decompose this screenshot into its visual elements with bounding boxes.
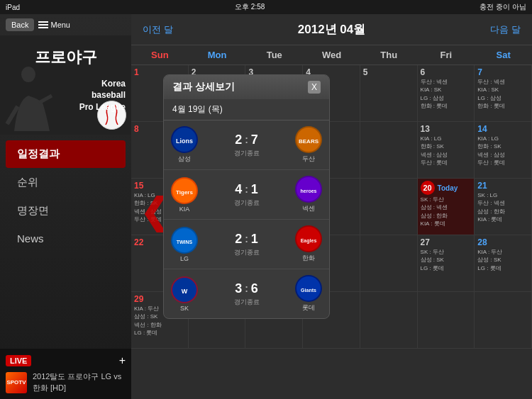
svg-text:Tigers: Tigers: [176, 189, 193, 196]
tigers-name: KIA: [171, 206, 198, 213]
away-score-1: 7: [251, 133, 258, 147]
live-game-text: 2012탈도 프로야구 LG vs 한화 [HD]: [33, 371, 126, 393]
status-time: 오후 2:58: [235, 2, 265, 12]
cell-empty-3: [360, 292, 418, 348]
giants-logo: Giants: [295, 275, 322, 302]
bears-name: 두산: [295, 154, 322, 164]
sidebar-top-bar: Back Menu: [0, 14, 131, 35]
day-headers: Sun Mon Tue Wed Thu Fri Sat: [131, 45, 532, 65]
game-row-1[interactable]: Lions 삼성 2 : 7 경기종료 BEARS 두산: [164, 120, 329, 170]
game-status-1: 경기종료: [234, 149, 260, 158]
heroes-logo: heroes: [295, 176, 322, 203]
sidebar-item-schedule[interactable]: 일정결과: [6, 140, 126, 168]
sidebar-nav: 일정결과순위명장면News: [0, 135, 131, 257]
away-score-4: 6: [251, 281, 258, 296]
cell-apr13[interactable]: 13 KIA : LG 한화 : SK 넥센 : 삼성 두산 : 롯데: [418, 122, 475, 178]
score-section-3: 2 : 1 경기종료: [202, 232, 291, 257]
modal-close-button[interactable]: X: [308, 81, 321, 94]
menu-button[interactable]: Menu: [38, 21, 70, 29]
svg-text:Eagles: Eagles: [301, 238, 317, 244]
heroes-name: 넥센: [295, 204, 322, 213]
game-row-3[interactable]: TWINS LG 2 : 1 경기종료 Eagles 한화: [164, 220, 329, 269]
score-section-4: 3 : 6 경기종료: [202, 281, 291, 307]
modal-title: 결과 상세보기: [172, 81, 235, 94]
cell-empty-5: [475, 292, 532, 348]
cell-apr14[interactable]: 14 KIA : LG 한화 : SK 넥센 : 삼성 두산 : 롯데: [475, 122, 532, 178]
app-title: 프로야구: [0, 47, 131, 68]
day-header-thu: Thu: [360, 45, 418, 64]
status-right: 충전 중이 아님: [480, 2, 526, 12]
game-status-4: 경기종료: [234, 298, 260, 307]
svg-text:Lions: Lions: [176, 137, 193, 145]
menu-label: Menu: [50, 21, 70, 29]
sidebar-item-mvp[interactable]: 명장면: [6, 197, 126, 225]
player-silhouette-icon: [4, 64, 60, 135]
calendar-title: 2012년 04월: [298, 21, 365, 38]
subtitle1: Korea: [79, 78, 126, 90]
lions-name: 삼성: [171, 154, 198, 164]
day-header-wed: Wed: [303, 45, 360, 64]
eagles-name: 한화: [295, 254, 322, 263]
game-row-4[interactable]: W SK 3 : 6 경기종료 Giants 롯데: [164, 269, 329, 318]
svg-point-0: [21, 67, 35, 82]
lions-logo: Lions: [171, 126, 198, 153]
away-score-3: 1: [251, 232, 258, 247]
cell-apr20[interactable]: 20 Today SK : 두산 삼성 : 넥센 삼성 : 한화 KIA : 롯…: [418, 179, 475, 235]
live-item[interactable]: SPOTV 2012탈도 프로야구 LG vs 한화 [HD]: [6, 371, 126, 393]
live-section: LIVE + SPOTV 2012탈도 프로야구 LG vs 한화 [HD]: [0, 349, 131, 399]
game-row-2[interactable]: Tigers KIA 4 : 1 경기종료 heroes 넥센: [164, 170, 329, 220]
sidebar-item-ranking[interactable]: 순위: [6, 169, 126, 196]
eagles-logo: Eagles: [295, 225, 322, 252]
day-header-fri: Fri: [418, 45, 475, 64]
prev-month-button[interactable]: 이전 달: [143, 23, 173, 36]
tigers-logo: Tigers: [171, 177, 198, 204]
cell-apr26[interactable]: [360, 235, 418, 291]
next-month-button[interactable]: 다음 달: [490, 23, 521, 36]
modal-header: 결과 상세보기 X: [164, 75, 329, 99]
cell-apr6[interactable]: 6 두산 : 넥센 KIA : SK LG : 삼성 한화 : 롯데: [418, 65, 475, 121]
svg-text:BEARS: BEARS: [299, 138, 319, 145]
home-score-2: 4: [235, 182, 242, 197]
day-header-sun: Sun: [131, 45, 189, 64]
game-status-3: 경기종료: [234, 248, 260, 257]
svg-text:Giants: Giants: [301, 288, 316, 293]
game-detail-modal: 결과 상세보기 X 4월 19일 (목) Lions 삼성 2 : 7 경기종료…: [163, 74, 330, 319]
svg-text:TWINS: TWINS: [177, 240, 193, 245]
subtitle2: baseball: [79, 89, 126, 101]
logo-area: 프로야구 Korea baseball Pro League: [0, 35, 131, 135]
cell-apr28[interactable]: 28 KIA : 두산 삼성 : SK LG : 롯데: [475, 235, 532, 291]
home-score-1: 2: [235, 133, 242, 147]
calendar-header: 이전 달 2012년 04월 다음 달: [131, 14, 532, 45]
sidebar-item-news[interactable]: News: [6, 225, 126, 252]
cell-apr12[interactable]: [360, 122, 418, 178]
svg-line-2: [39, 96, 52, 103]
bears-logo: BEARS: [295, 126, 322, 153]
live-plus-button[interactable]: +: [119, 354, 126, 367]
giants-name: 롯데: [295, 303, 322, 313]
twins-name: LG: [171, 255, 198, 262]
day-header-mon: Mon: [189, 45, 246, 64]
subtitle3: Pro League: [79, 101, 126, 113]
cell-empty-4: [418, 292, 475, 348]
day-header-tue: Tue: [245, 45, 303, 64]
cell-apr21[interactable]: 21 SK : LG 두산 : 넥센 삼성 : 한화 KIA : 롯데: [475, 179, 532, 235]
home-score-4: 3: [235, 281, 242, 296]
game-status-2: 경기종료: [234, 198, 260, 208]
score-section-1: 2 : 7 경기종료: [202, 133, 291, 158]
cell-apr27[interactable]: 27 SK : 두산 삼성 : SK LG : 롯데: [418, 235, 475, 291]
cell-apr7[interactable]: 7 두산 : 넥센 KIA : SK LG : 삼성 한화 : 롯데: [475, 65, 532, 121]
away-score-2: 1: [251, 182, 258, 197]
wyverns-logo: W: [171, 276, 198, 303]
modal-date: 4월 19일 (목): [164, 99, 329, 120]
cell-apr19[interactable]: [360, 179, 418, 235]
score-section-2: 4 : 1 경기종료: [202, 182, 291, 208]
svg-text:heroes: heroes: [301, 189, 317, 193]
sidebar: Back Menu 프로야구 Korea baseball Pro League: [0, 14, 131, 399]
spotv-logo: SPOTV: [6, 372, 27, 393]
hamburger-icon: [38, 21, 48, 28]
day-header-sat: Sat: [475, 45, 532, 64]
status-bar: iPad 오후 2:58 충전 중이 아님: [0, 0, 532, 14]
live-badge: LIVE: [6, 355, 31, 366]
cell-apr5[interactable]: 5: [360, 65, 418, 121]
back-button[interactable]: Back: [6, 18, 34, 31]
